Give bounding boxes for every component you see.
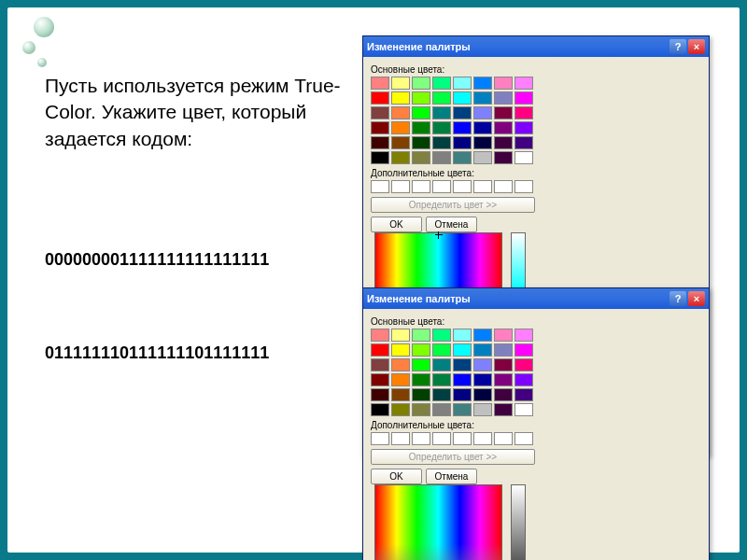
- titlebar[interactable]: Изменение палитры ? ×: [363, 36, 709, 57]
- color-swatch[interactable]: [412, 77, 430, 90]
- color-swatch[interactable]: [412, 373, 430, 386]
- color-swatch[interactable]: [432, 151, 451, 164]
- color-swatch[interactable]: [371, 136, 389, 149]
- color-swatch[interactable]: [412, 106, 430, 119]
- color-swatch[interactable]: [473, 136, 492, 149]
- color-swatch[interactable]: [412, 136, 430, 149]
- color-swatch[interactable]: [514, 91, 533, 105]
- color-swatch[interactable]: [514, 106, 533, 119]
- help-icon[interactable]: ?: [669, 39, 686, 54]
- color-swatch[interactable]: [391, 106, 410, 119]
- cancel-button[interactable]: Отмена: [426, 217, 477, 232]
- color-swatch[interactable]: [494, 329, 513, 342]
- color-swatch[interactable]: [412, 151, 430, 164]
- color-swatch[interactable]: [432, 77, 451, 90]
- color-swatch[interactable]: [412, 343, 430, 357]
- color-swatch[interactable]: [432, 403, 451, 416]
- color-swatch[interactable]: [371, 403, 389, 416]
- color-swatch[interactable]: [432, 373, 451, 386]
- color-swatch[interactable]: [494, 77, 513, 90]
- color-swatch[interactable]: [473, 329, 492, 342]
- color-swatch[interactable]: [391, 388, 410, 401]
- color-swatch[interactable]: [494, 373, 513, 386]
- color-swatch[interactable]: [494, 136, 513, 149]
- color-swatch[interactable]: [473, 106, 492, 119]
- custom-swatch[interactable]: [494, 180, 513, 193]
- color-swatch[interactable]: [453, 136, 472, 149]
- color-swatch[interactable]: [432, 358, 451, 371]
- color-swatch[interactable]: [412, 403, 430, 416]
- color-swatch[interactable]: [412, 388, 430, 401]
- color-swatch[interactable]: [432, 136, 451, 149]
- custom-swatch[interactable]: [514, 432, 533, 445]
- color-swatch[interactable]: [514, 373, 533, 386]
- color-swatch[interactable]: [371, 121, 389, 134]
- custom-swatch[interactable]: [432, 180, 451, 193]
- color-swatch[interactable]: [453, 91, 472, 105]
- ok-button[interactable]: OK: [371, 217, 422, 232]
- color-swatch[interactable]: [494, 91, 513, 105]
- custom-swatch[interactable]: [453, 180, 472, 193]
- custom-swatch[interactable]: [473, 180, 492, 193]
- color-swatch[interactable]: [473, 91, 492, 105]
- help-icon[interactable]: ?: [669, 291, 686, 306]
- color-swatch[interactable]: [371, 343, 389, 357]
- color-swatch[interactable]: [494, 106, 513, 119]
- color-swatch[interactable]: [391, 373, 410, 386]
- color-swatch[interactable]: [432, 388, 451, 401]
- color-swatch[interactable]: [432, 106, 451, 119]
- custom-swatch[interactable]: [391, 180, 410, 193]
- color-swatch[interactable]: [391, 329, 410, 342]
- color-swatch[interactable]: [514, 151, 533, 164]
- color-swatch[interactable]: [453, 403, 472, 416]
- color-swatch[interactable]: [412, 91, 430, 105]
- color-swatch[interactable]: [412, 358, 430, 371]
- color-swatch[interactable]: [371, 106, 389, 119]
- color-swatch[interactable]: [514, 329, 533, 342]
- color-swatch[interactable]: [391, 343, 410, 357]
- color-swatch[interactable]: [391, 358, 410, 371]
- custom-swatch[interactable]: [494, 432, 513, 445]
- close-icon[interactable]: ×: [688, 39, 705, 54]
- color-swatch[interactable]: [371, 373, 389, 386]
- ok-button[interactable]: OK: [371, 469, 422, 484]
- color-swatch[interactable]: [412, 329, 430, 342]
- color-swatch[interactable]: [453, 373, 472, 386]
- color-swatch[interactable]: [391, 91, 410, 105]
- color-swatch[interactable]: [494, 358, 513, 371]
- color-swatch[interactable]: [432, 91, 451, 105]
- titlebar[interactable]: Изменение палитры ? ×: [363, 288, 709, 309]
- color-swatch[interactable]: [453, 343, 472, 357]
- color-swatch[interactable]: [494, 151, 513, 164]
- color-swatch[interactable]: [494, 343, 513, 357]
- color-swatch[interactable]: [494, 121, 513, 134]
- custom-swatch[interactable]: [453, 432, 472, 445]
- custom-swatch[interactable]: [371, 432, 389, 445]
- custom-swatch[interactable]: [514, 180, 533, 193]
- color-swatch[interactable]: [391, 136, 410, 149]
- color-swatch[interactable]: [453, 329, 472, 342]
- color-swatch[interactable]: [453, 388, 472, 401]
- luminance-slider[interactable]: [511, 484, 526, 560]
- color-swatch[interactable]: [391, 151, 410, 164]
- color-swatch[interactable]: [473, 388, 492, 401]
- color-swatch[interactable]: [391, 121, 410, 134]
- color-swatch[interactable]: [371, 358, 389, 371]
- color-swatch[interactable]: [473, 373, 492, 386]
- color-swatch[interactable]: [432, 343, 451, 357]
- color-swatch[interactable]: [514, 403, 533, 416]
- custom-swatch[interactable]: [371, 180, 389, 193]
- color-swatch[interactable]: [453, 151, 472, 164]
- color-swatch[interactable]: [494, 388, 513, 401]
- color-swatch[interactable]: [494, 403, 513, 416]
- color-swatch[interactable]: [514, 343, 533, 357]
- color-swatch[interactable]: [432, 121, 451, 134]
- color-swatch[interactable]: [391, 403, 410, 416]
- color-swatch[interactable]: [453, 358, 472, 371]
- color-swatch[interactable]: [473, 343, 492, 357]
- color-swatch[interactable]: [473, 77, 492, 90]
- color-swatch[interactable]: [514, 121, 533, 134]
- custom-swatch[interactable]: [391, 432, 410, 445]
- color-spectrum[interactable]: [374, 484, 502, 560]
- color-swatch[interactable]: [412, 121, 430, 134]
